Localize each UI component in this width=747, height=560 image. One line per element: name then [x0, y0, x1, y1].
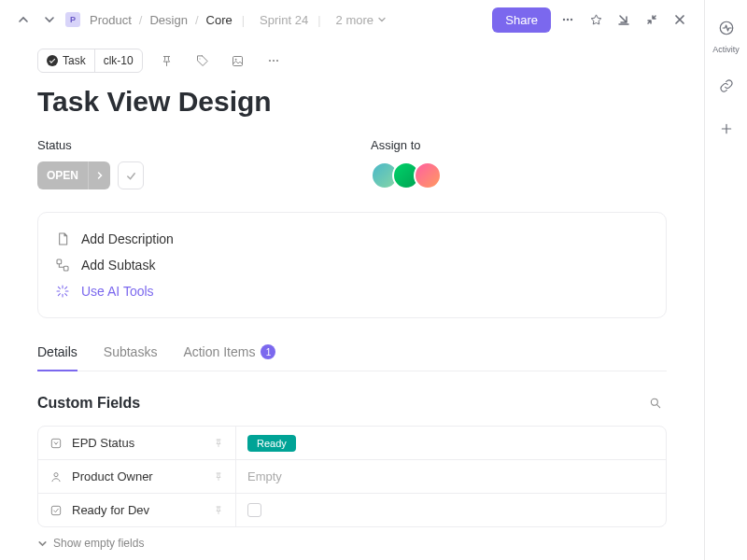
- tabs: Details Subtasks Action Items 1: [37, 344, 667, 371]
- meta-more-icon[interactable]: [262, 49, 285, 72]
- cf-row: Ready for Dev: [38, 493, 666, 526]
- custom-fields-title: Custom Fields: [37, 395, 644, 412]
- cf-value[interactable]: Empty: [236, 460, 666, 493]
- tab-details[interactable]: Details: [37, 344, 78, 371]
- quick-actions: Add Description Add Subtask Use AI Tools: [37, 212, 667, 318]
- right-sidebar: Activity: [705, 0, 747, 560]
- status-label: Status: [37, 138, 333, 152]
- crumb-2[interactable]: Core: [206, 13, 233, 27]
- tab-action-items[interactable]: Action Items 1: [183, 344, 275, 371]
- share-button[interactable]: Share: [492, 7, 551, 33]
- svg-point-1: [567, 19, 569, 21]
- show-empty-fields[interactable]: Show empty fields: [37, 537, 667, 550]
- export-icon[interactable]: [613, 8, 635, 31]
- pin-icon[interactable]: [213, 505, 224, 516]
- activity-label: Activity: [712, 45, 740, 54]
- add-subtask-button[interactable]: Add Subtask: [55, 252, 649, 278]
- more-icon[interactable]: [557, 8, 579, 31]
- svg-rect-8: [57, 259, 62, 264]
- nav-down-icon[interactable]: [39, 9, 60, 30]
- breadcrumb: P Product / Design / Core | Sprint 24 | …: [65, 12, 387, 27]
- cf-name: Ready for Dev: [72, 503, 149, 517]
- svg-rect-13: [51, 506, 60, 514]
- image-icon[interactable]: [227, 49, 249, 72]
- action-items-count: 1: [261, 344, 275, 359]
- svg-rect-3: [233, 56, 243, 65]
- cf-value[interactable]: Ready: [236, 427, 666, 459]
- close-icon[interactable]: [669, 8, 691, 31]
- cf-value[interactable]: [236, 494, 666, 526]
- svg-point-5: [269, 60, 271, 62]
- crumb-more[interactable]: 2 more: [336, 13, 387, 27]
- svg-rect-9: [63, 266, 68, 271]
- svg-point-7: [276, 60, 278, 62]
- collapse-icon[interactable]: [641, 8, 663, 31]
- nav-up-icon[interactable]: [13, 9, 34, 30]
- add-description-button[interactable]: Add Description: [55, 226, 649, 252]
- cf-row: EPD Status Ready: [38, 427, 666, 459]
- crumb-sprint[interactable]: Sprint 24: [260, 13, 308, 27]
- checkbox[interactable]: [247, 503, 261, 517]
- pin-icon[interactable]: [156, 49, 178, 72]
- crumb-1[interactable]: Design: [149, 13, 187, 27]
- user-icon: [49, 470, 63, 483]
- star-icon[interactable]: [585, 8, 607, 31]
- assignees[interactable]: [371, 161, 667, 189]
- crumb-0[interactable]: Product: [90, 13, 132, 27]
- cf-row: Product Owner Empty: [38, 459, 666, 493]
- chevron-right-icon: [88, 161, 110, 189]
- task-type-pill[interactable]: Task clk-10: [37, 49, 143, 73]
- activity-icon[interactable]: [715, 17, 738, 39]
- task-id: clk-10: [104, 54, 134, 67]
- tab-subtasks[interactable]: Subtasks: [104, 344, 158, 371]
- link-icon[interactable]: [715, 75, 738, 97]
- pin-icon[interactable]: [213, 471, 224, 483]
- cf-name: Product Owner: [72, 469, 153, 483]
- svg-rect-11: [51, 439, 60, 447]
- pin-icon[interactable]: [213, 438, 224, 449]
- svg-point-6: [273, 60, 275, 62]
- avatar: [414, 161, 442, 189]
- svg-point-4: [235, 58, 237, 60]
- assign-label: Assign to: [371, 138, 667, 152]
- meta-row: Task clk-10: [37, 49, 667, 73]
- checkbox-icon: [49, 504, 63, 517]
- mark-done-button[interactable]: [118, 161, 144, 189]
- use-ai-button[interactable]: Use AI Tools: [55, 278, 649, 304]
- svg-point-2: [571, 19, 572, 21]
- tag-icon[interactable]: [191, 49, 214, 72]
- add-icon[interactable]: [715, 118, 738, 140]
- svg-point-0: [563, 19, 565, 21]
- dropdown-icon: [49, 437, 63, 450]
- custom-fields-table: EPD Status Ready Product Owner: [37, 426, 667, 527]
- svg-point-10: [651, 399, 657, 405]
- svg-point-12: [54, 472, 58, 476]
- topbar: P Product / Design / Core | Sprint 24 | …: [0, 0, 704, 39]
- page-title[interactable]: Task View Design: [37, 86, 667, 118]
- cf-name: EPD Status: [72, 436, 134, 450]
- status-chip[interactable]: OPEN: [37, 161, 110, 189]
- space-badge: P: [65, 12, 80, 27]
- search-icon[interactable]: [644, 392, 667, 414]
